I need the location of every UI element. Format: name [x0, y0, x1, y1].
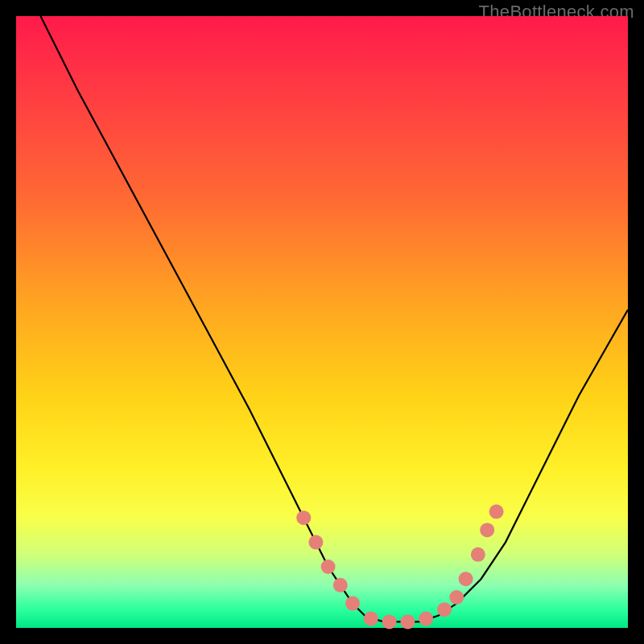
curve-marker [345, 597, 360, 611]
curve-marker [489, 505, 504, 519]
curve-marker [459, 572, 473, 586]
curve-marker [382, 614, 397, 629]
curve-marker [321, 559, 336, 574]
curve-marker [480, 522, 494, 537]
curve-marker [449, 590, 464, 605]
chart-frame: TheBottleneck.com [0, 0, 644, 644]
curve-marker [437, 602, 452, 617]
curve-marker [333, 578, 348, 592]
curve-marker [364, 612, 378, 626]
curve-marker [419, 612, 433, 626]
bottleneck-curve [40, 16, 628, 621]
curve-marker [400, 614, 415, 629]
plot-area [16, 16, 628, 628]
curve-marker [296, 510, 311, 525]
curve-marker [308, 535, 323, 550]
curve-markers [296, 505, 503, 630]
curve-marker [471, 547, 485, 562]
curve-svg [16, 16, 628, 628]
